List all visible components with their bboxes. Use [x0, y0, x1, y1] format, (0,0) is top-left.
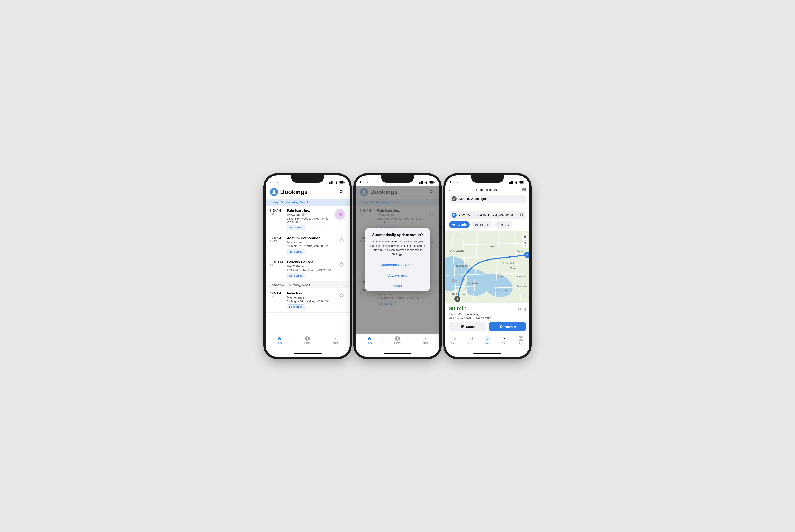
map-svg: LAURELHURST Kirkland Redm... Yarrow Poin… — [446, 231, 529, 303]
modal-message: Do you want to automatically update your… — [369, 240, 426, 256]
svg-rect-37 — [524, 182, 525, 183]
maps-tab-home[interactable]: Home — [446, 336, 462, 345]
transport-walk-label: 4 hr 9 — [501, 223, 509, 226]
to-input[interactable]: B 2345 Birchwood Redmond, WA 98101 — [449, 211, 526, 220]
transport-transit[interactable]: 34 min — [472, 221, 492, 228]
tab-home-label-2: Home — [367, 342, 373, 344]
home-indicator-2 — [383, 353, 412, 354]
home-icon-1 — [277, 336, 282, 341]
tomorrow-header-1: Tomorrow • Thursday, Nov 16 — [266, 281, 349, 288]
more-button-1-t0[interactable]: ··· — [338, 301, 345, 309]
home-icon-3 — [452, 336, 456, 341]
svg-point-15 — [337, 338, 338, 339]
search-button-1[interactable] — [338, 188, 345, 196]
svg-text:Medina: Medina — [510, 267, 517, 269]
svg-rect-0 — [329, 183, 330, 184]
booking-duration-1-0: 30m — [270, 212, 284, 215]
svg-point-13 — [333, 338, 335, 339]
tab-more-label-1: More — [333, 342, 338, 344]
never-button[interactable]: Never — [365, 281, 430, 291]
booking-actions-1-1: ··· — [338, 236, 345, 254]
avatar-icon-1 — [271, 189, 276, 194]
steps-button[interactable]: Steps — [449, 322, 486, 331]
svg-text:BEACON HILL: BEACON HILL — [452, 293, 465, 295]
wifi-icon-2 — [424, 181, 428, 184]
tabs-badge: 4 — [502, 337, 506, 340]
more-button-1-0[interactable]: ··· — [336, 222, 343, 229]
signal-icon — [329, 181, 333, 184]
transport-walk[interactable]: 4 hr 9 — [494, 221, 512, 228]
booking-nav-icon-1-0[interactable] — [335, 209, 345, 220]
maps-news-icon — [468, 336, 474, 342]
booking-time-main-1-1: 9:30 AM — [270, 236, 284, 240]
filter-button[interactable] — [522, 188, 526, 192]
booking-address-1-2: 273 2nd St, Redmond, WA 98051 — [287, 268, 335, 272]
auto-update-button[interactable]: Automatically update — [365, 260, 430, 270]
news-icon — [468, 336, 473, 341]
booking-service-1-1: Maintenance — [287, 241, 335, 244]
booking-nav-icon-1-t0[interactable] — [338, 292, 345, 299]
svg-rect-3 — [332, 181, 333, 184]
from-input[interactable]: A Seattle, Washington — [449, 194, 526, 203]
booking-item-1-2[interactable]: 12:00 PM 2d Bellows College HVAC Repair … — [266, 257, 349, 281]
maps-tab-news[interactable]: News — [462, 336, 479, 345]
status-time-3: 8:05 — [450, 180, 457, 185]
more-button-1-2[interactable]: ··· — [338, 270, 345, 278]
tab-library-1[interactable]: Library — [293, 336, 322, 344]
booking-company-1-1: Adatum Corporation — [287, 236, 335, 240]
booking-nav-icon-1-1[interactable] — [338, 237, 345, 244]
tab-home-2[interactable]: Home — [356, 336, 383, 344]
tab-library-2[interactable]: Library — [383, 336, 412, 344]
maps-tab-bar: Home News Bing 4 Tabs — [446, 334, 529, 352]
bing-icon — [485, 336, 490, 342]
diamond-icon-1-t0 — [339, 293, 344, 298]
transport-car[interactable]: 30 min — [449, 221, 470, 228]
svg-rect-93 — [519, 339, 521, 341]
battery-icon-2 — [429, 181, 435, 184]
from-text: Seattle, Washington — [459, 197, 523, 201]
booking-duration-1-t0: 2h — [270, 295, 284, 298]
maps-tab-bing[interactable]: Bing — [479, 336, 496, 345]
bookings-app-2: Bookings Today • Wednesday, Nov 15 8:30 … — [356, 186, 439, 334]
svg-text:Kirkland: Kirkland — [489, 245, 496, 248]
always-ask-button[interactable]: Always ask — [365, 270, 430, 281]
bing-logo-icon — [485, 336, 490, 341]
svg-rect-28 — [399, 337, 399, 341]
svg-text:ttle: ttle — [452, 279, 457, 282]
svg-rect-79 — [522, 233, 528, 240]
map-container[interactable]: LAURELHURST Kirkland Redm... Yarrow Poin… — [446, 231, 529, 303]
svg-rect-6 — [340, 182, 344, 183]
booking-item-1-1[interactable]: 9:30 AM 2h 15m Adatum Corporation Mainte… — [266, 233, 349, 257]
from-label-b: B — [452, 213, 457, 218]
tab-home-1[interactable]: Home — [266, 336, 293, 344]
booking-item-1-tomorrow-0[interactable]: 8:00 AM 2h Relecloud Maintenance 17 Mapl… — [266, 288, 349, 312]
maps-tab-tabs[interactable]: 4 Tabs — [496, 336, 513, 345]
modal-title: Automatically update status? — [369, 232, 426, 237]
booking-nav-icon-1-2[interactable] — [338, 261, 345, 268]
route-actions: Steps Preview — [449, 322, 526, 331]
preview-button[interactable]: Preview — [489, 322, 526, 331]
svg-text:LAURELHURST: LAURELHURST — [450, 250, 466, 252]
status-time-1: 8:05 — [270, 180, 278, 185]
booking-item-1-0[interactable]: 8:30 AM 30m Fabrikam, Inc. HVAC Repair 2… — [266, 206, 349, 233]
transport-transit-label: 34 min — [480, 223, 489, 226]
bookings-title-1: Bookings — [280, 189, 308, 195]
maps-tab-apps[interactable]: Apps — [513, 336, 529, 345]
booking-service-1-t0: Maintenance — [287, 296, 335, 299]
avatar-1[interactable] — [270, 188, 278, 196]
tab-more-1[interactable]: More — [322, 336, 349, 344]
more-button-1-1[interactable]: ··· — [338, 246, 345, 253]
svg-text:Yarrow Point: Yarrow Point — [502, 261, 514, 264]
swap-button[interactable] — [520, 213, 523, 217]
tab-more-2[interactable]: More — [412, 336, 439, 344]
back-button[interactable]: ‹ — [449, 188, 450, 192]
booking-address-1-0: 2345 Birchwood Dr, Redmond, WA 98101 — [287, 217, 331, 224]
modal-overlay-2: Automatically update status? Do you want… — [356, 186, 439, 334]
svg-rect-1 — [330, 182, 331, 184]
route-via: via I-5 N, WA-520 E · Toll on route — [449, 317, 526, 320]
svg-line-9 — [342, 192, 343, 194]
from-label-a: A — [452, 196, 457, 202]
directions-header: ‹ DIRECTIONS A Seattle, Washington B 234… — [446, 186, 529, 231]
directions-back-row: ‹ DIRECTIONS — [449, 188, 526, 192]
transport-car-label: 30 min — [457, 223, 467, 226]
